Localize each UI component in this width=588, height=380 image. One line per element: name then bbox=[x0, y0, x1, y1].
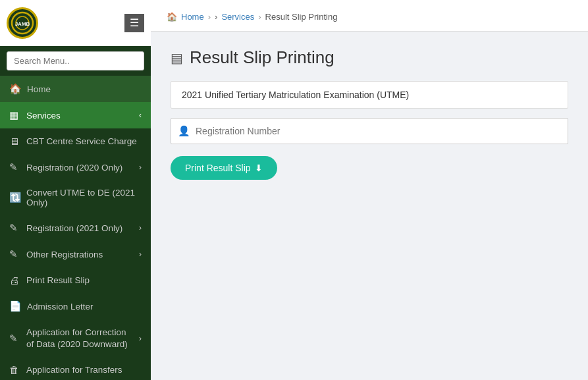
sidebar-item-print-label: Print Result Slip bbox=[26, 275, 90, 285]
sidebar-item-reg2020[interactable]: ✎ Registration (2020 Only) › bbox=[0, 154, 151, 180]
reg2020-icon: ✎ bbox=[9, 161, 21, 173]
other-icon: ✎ bbox=[9, 248, 21, 260]
download-icon: ⬇ bbox=[255, 163, 263, 173]
exam-selector[interactable]: 2021 Unified Tertiary Matriculation Exam… bbox=[171, 81, 568, 109]
sidebar-item-home-label: Home bbox=[27, 84, 51, 94]
breadcrumb-sep1: › bbox=[208, 12, 211, 22]
chevron-other-icon: › bbox=[139, 250, 142, 259]
services-icon: ▦ bbox=[9, 109, 21, 121]
cbt-icon: 🖥 bbox=[9, 136, 21, 147]
search-input[interactable] bbox=[7, 51, 144, 70]
chevron-reg2020-icon: › bbox=[139, 163, 142, 172]
print-icon: 🖨 bbox=[9, 275, 21, 286]
sidebar-header: JAMB ☰ bbox=[0, 0, 151, 46]
page-title-row: ▤ Result Slip Printing bbox=[171, 47, 568, 68]
svg-text:JAMB: JAMB bbox=[15, 21, 30, 27]
breadcrumb-current: Result Slip Printing bbox=[265, 12, 338, 22]
admission-icon: 📄 bbox=[9, 300, 22, 312]
sidebar-item-print[interactable]: 🖨 Print Result Slip bbox=[0, 267, 151, 293]
sidebar-item-convert-label: Convert UTME to DE (2021 Only) bbox=[26, 188, 142, 207]
page-title: Result Slip Printing bbox=[190, 47, 334, 68]
sidebar-item-transfers-label: Application for Transfers bbox=[26, 365, 122, 375]
chevron-reg2021-icon: › bbox=[139, 223, 142, 232]
sidebar-item-services[interactable]: ▦ Services ‹ bbox=[0, 102, 151, 128]
breadcrumb: 🏠 Home › › Services › Result Slip Printi… bbox=[167, 12, 572, 22]
breadcrumb-sep2: › bbox=[258, 12, 261, 22]
topbar: 🏠 Home › › Services › Result Slip Printi… bbox=[151, 0, 588, 32]
registration-input[interactable] bbox=[196, 119, 561, 144]
sidebar-item-home[interactable]: 🏠 Home bbox=[0, 76, 151, 102]
sidebar-item-cbt-label: CBT Centre Service Charge bbox=[26, 136, 137, 146]
chevron-correction-icon: › bbox=[139, 334, 142, 343]
sidebar-item-reg2021-label: Registration (2021 Only) bbox=[26, 223, 122, 233]
sidebar-item-transfers[interactable]: 🗑 Application for Transfers bbox=[0, 357, 151, 380]
registration-input-row: 👤 bbox=[171, 118, 568, 144]
exam-label: 2021 Unified Tertiary Matriculation Exam… bbox=[182, 90, 409, 100]
sidebar-item-cbt[interactable]: 🖥 CBT Centre Service Charge bbox=[0, 128, 151, 154]
hamburger-button[interactable]: ☰ bbox=[124, 14, 144, 32]
home-icon: 🏠 bbox=[9, 83, 22, 95]
content-area: ▤ Result Slip Printing 2021 Unified Tert… bbox=[151, 32, 588, 196]
convert-icon: 🔃 bbox=[9, 192, 21, 204]
breadcrumb-home-icon: 🏠 bbox=[167, 12, 177, 22]
correction-icon: ✎ bbox=[9, 333, 21, 344]
sidebar-item-correction-label: Application for Correction of Data (2020… bbox=[26, 327, 134, 350]
print-button-label: Print Result Slip bbox=[185, 163, 251, 173]
chevron-services-icon: ‹ bbox=[139, 111, 142, 120]
sidebar-item-reg2021[interactable]: ✎ Registration (2021 Only) › bbox=[0, 215, 151, 241]
sidebar-item-reg2020-label: Registration (2020 Only) bbox=[26, 163, 122, 173]
sidebar-item-other[interactable]: ✎ Other Registrations › bbox=[0, 241, 151, 267]
reg-person-icon: 👤 bbox=[178, 125, 190, 137]
sidebar-item-admission-label: Admission Letter bbox=[27, 302, 94, 312]
sidebar-item-correction[interactable]: ✎ Application for Correction of Data (20… bbox=[0, 319, 151, 357]
sidebar-item-services-label: Services bbox=[26, 111, 61, 121]
breadcrumb-services-link[interactable]: Services bbox=[221, 12, 254, 22]
print-result-slip-button[interactable]: Print Result Slip ⬇ bbox=[171, 156, 277, 180]
sidebar-item-convert[interactable]: 🔃 Convert UTME to DE (2021 Only) bbox=[0, 180, 151, 215]
reg2021-icon: ✎ bbox=[9, 222, 21, 234]
breadcrumb-home-link[interactable]: Home bbox=[181, 12, 204, 22]
logo: JAMB bbox=[7, 7, 38, 39]
sidebar: JAMB ☰ 🏠 Home ▦ Services ‹ 🖥 CBT Centre … bbox=[0, 0, 151, 380]
breadcrumb-sep-arrow1: › bbox=[215, 12, 217, 22]
page-title-icon: ▤ bbox=[171, 50, 183, 66]
sidebar-item-admission[interactable]: 📄 Admission Letter bbox=[0, 293, 151, 319]
sidebar-item-other-label: Other Registrations bbox=[26, 250, 103, 259]
main-content: 🏠 Home › › Services › Result Slip Printi… bbox=[151, 0, 588, 380]
transfers-icon: 🗑 bbox=[9, 364, 21, 375]
